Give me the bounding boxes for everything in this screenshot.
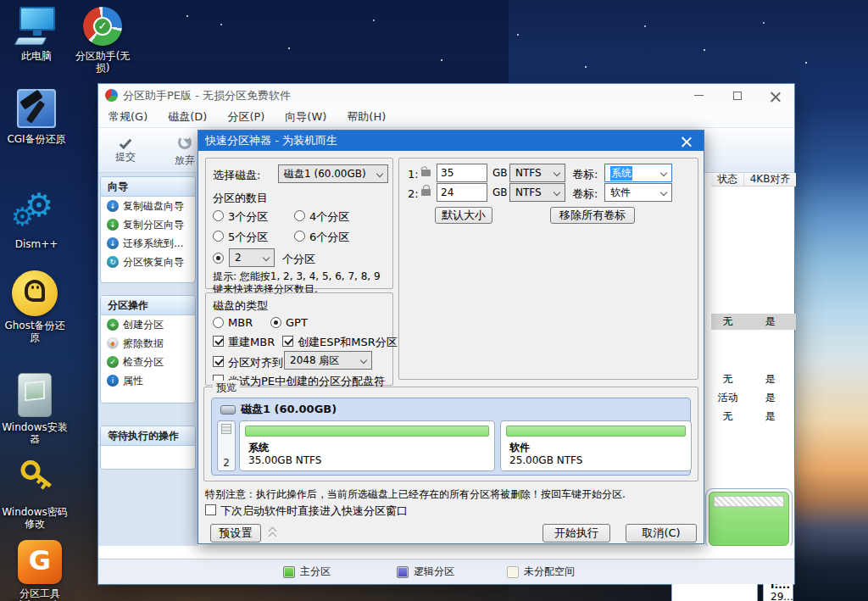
desktop-icon-label: Dism++	[3, 238, 70, 250]
desktop-icon-label: 此电脑	[3, 50, 70, 62]
align-sector-combo[interactable]: 2048 扇区	[284, 351, 372, 370]
desktop-icon-windows-password[interactable]: Windows密码修改	[2, 458, 68, 530]
disk-map-partition-block[interactable]	[705, 488, 793, 549]
desktop-icon-label: 分区助手(无损)	[70, 50, 136, 74]
window-title: 分区助手PE版 - 无损分区免费软件	[123, 88, 291, 103]
preset-button[interactable]: 预设置	[210, 524, 261, 543]
column-status[interactable]: 状态	[711, 173, 744, 186]
sidebar-item-migrate-system[interactable]: ↓迁移系统到...	[101, 234, 195, 253]
dialog-title: 快速分区神器 - 为装机而生	[205, 134, 337, 147]
preview-partition-2[interactable]: 软件 25.00GB NTFS	[500, 420, 692, 471]
chevron-down-icon	[376, 170, 383, 177]
fs-combo-1[interactable]: NTFS	[509, 164, 565, 182]
double-chevron-up-icon[interactable]	[268, 527, 278, 539]
chevron-down-icon	[660, 189, 667, 196]
chevron-down-icon	[360, 357, 367, 364]
row2-index: 2:	[408, 187, 419, 200]
radio-4-partitions[interactable]	[294, 210, 305, 221]
ghost-icon	[11, 270, 58, 317]
disk-count-group: 选择磁盘: 磁盘1 (60.00GB) 分区的数目 3个分区 4个分区 5个分区…	[205, 158, 393, 289]
sidebar-item-copy-partition-wizard[interactable]: ↓复制分区向导	[101, 215, 195, 234]
checkbox-create-esp-msr[interactable]	[282, 336, 293, 347]
minimize-button[interactable]	[680, 84, 718, 107]
desktop-icon-windows-installer[interactable]: Windows安装器	[2, 371, 68, 445]
unlock-icon[interactable]	[421, 170, 431, 176]
radio-mbr[interactable]	[213, 317, 224, 328]
table-header: 状态 4KB对齐	[711, 173, 796, 186]
preview-disk-title: 磁盘1 (60.00GB)	[241, 402, 337, 417]
sidebar-item-create-partition[interactable]: +创建分区	[101, 315, 195, 334]
desktop-icon-label: 分区工具 DiskGenius	[7, 587, 73, 601]
pending-operations-panel: 等待执行的操作	[100, 426, 196, 470]
checkbox-open-on-startup[interactable]	[205, 504, 216, 515]
legend-primary-partition: 主分区	[283, 565, 331, 579]
size-input-1[interactable]	[437, 164, 487, 182]
checkbox-align-partition[interactable]	[213, 356, 224, 367]
volume-combo-1[interactable]: 系统	[604, 164, 672, 182]
submit-button[interactable]: 提交	[107, 133, 144, 164]
desktop-icon-cgi-backup[interactable]: CGI备份还原	[3, 86, 70, 145]
table-row[interactable]: 无 是	[711, 371, 796, 387]
cancel-button[interactable]: 取消(C)	[626, 524, 697, 543]
lock-icon[interactable]	[421, 189, 431, 196]
start-execute-button[interactable]: 开始执行	[542, 524, 610, 543]
remove-all-labels-button[interactable]: 移除所有卷标	[550, 207, 635, 224]
close-button[interactable]	[756, 84, 794, 107]
disk-box-icon	[221, 424, 231, 434]
partition-bar	[245, 426, 489, 437]
desktop-icon-partition-assistant[interactable]: ✓ 分区助手(无损)	[70, 5, 136, 74]
check-icon	[120, 136, 132, 149]
desktop-icon-label: Windows安装器	[2, 421, 68, 445]
maximize-button[interactable]	[718, 84, 756, 107]
key-icon	[12, 458, 58, 504]
sidebar-item-copy-disk-wizard[interactable]: ↓复制磁盘向导	[101, 197, 195, 215]
sidebar: 向导 ↓复制磁盘向导 ↓复制分区向导 ↓迁移系统到... ↻分区恢复向导 分区操…	[98, 173, 198, 546]
desktop-icon-this-pc[interactable]: 此电脑	[3, 5, 70, 62]
radio-5-partitions[interactable]	[213, 231, 224, 242]
checkbox-rebuild-mbr[interactable]	[213, 336, 224, 347]
dialog-close-button[interactable]	[670, 131, 704, 151]
custom-count-combo[interactable]: 2	[229, 248, 275, 267]
fs-combo-2[interactable]: NTFS	[509, 183, 565, 202]
undo-icon	[178, 136, 192, 149]
disk-select-combo[interactable]: 磁盘1 (60.00GB)	[278, 164, 388, 183]
menu-disk[interactable]: 磁盘(D)	[158, 109, 217, 125]
partition-assistant-window: 分区助手PE版 - 无损分区免费软件 常规(G) 磁盘(D) 分区(P) 向导(…	[97, 83, 795, 585]
logical-partition-swatch	[397, 566, 409, 578]
column-4kb-align[interactable]: 4KB对齐	[744, 173, 796, 186]
table-row[interactable]: 无 是	[711, 314, 796, 330]
volume-combo-2[interactable]: 软件	[604, 183, 672, 202]
sidebar-item-partition-recovery-wizard[interactable]: ↻分区恢复向导	[101, 253, 195, 271]
desktop-icon-ghost-backup[interactable]: Ghost备份还原	[2, 270, 68, 343]
disk-icon	[220, 405, 236, 415]
menu-partition[interactable]: 分区(P)	[217, 109, 275, 125]
menu-help[interactable]: 帮助(H)	[337, 109, 396, 125]
menu-wizard[interactable]: 向导(W)	[275, 109, 337, 125]
close-icon	[682, 136, 692, 146]
partition-size-group: 1: GB NTFS 卷标: 系统 2: GB NTFS 卷标: 软件 默认大小…	[398, 158, 698, 380]
preview-partition-1[interactable]: 系统 35.00GB NTFS	[239, 420, 495, 471]
volume-caption-2: 卷标:	[572, 186, 598, 202]
used-space-hatch	[714, 496, 784, 507]
legend-logical-partition: 逻辑分区	[397, 565, 454, 579]
radio-6-partitions[interactable]	[294, 231, 305, 242]
radio-3-partitions[interactable]	[213, 210, 224, 221]
legend-unallocated: 未分配空间	[507, 565, 575, 579]
menu-general[interactable]: 常规(G)	[98, 109, 158, 125]
close-icon	[771, 91, 781, 101]
sidebar-item-check-partition[interactable]: ✓检查分区	[101, 353, 195, 371]
sidebar-item-properties[interactable]: i属性	[101, 371, 195, 390]
radio-gpt[interactable]	[270, 317, 281, 328]
dialog-titlebar[interactable]: 快速分区神器 - 为装机而生	[198, 131, 704, 151]
desktop-icon-dism[interactable]: ⚙⚙ Dism++	[3, 190, 70, 250]
size-input-2[interactable]	[437, 183, 487, 202]
sidebar-item-wipe-data[interactable]: ♦擦除数据	[101, 334, 195, 353]
table-row[interactable]: 无 是	[711, 409, 796, 425]
disk-type-label: 磁盘的类型	[213, 298, 268, 314]
desktop-icon-diskgenius[interactable]: G 分区工具 DiskGenius	[7, 539, 73, 601]
disk-type-group: 磁盘的类型 MBR GPT 重建MBR 创建ESP和MSR分区 分区对齐到: 2…	[205, 292, 393, 386]
radio-custom-count[interactable]	[213, 253, 224, 264]
default-size-button[interactable]: 默认大小	[435, 207, 492, 224]
operations-panel-title: 分区操作	[101, 296, 195, 315]
table-row[interactable]: 活动 是	[711, 390, 796, 406]
